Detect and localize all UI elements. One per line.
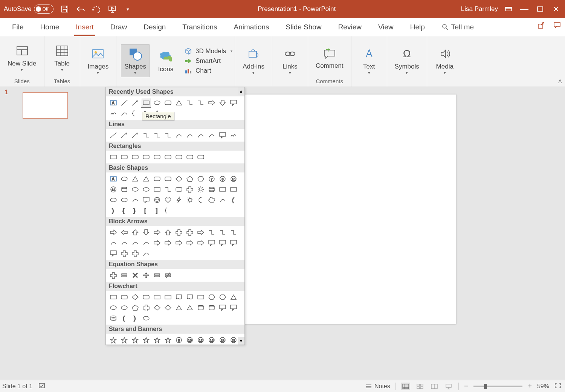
shape-block-9[interactable] <box>206 227 217 237</box>
shape-flowchart-21[interactable] <box>206 303 217 313</box>
shape-basic-16[interactable] <box>152 185 162 194</box>
3d-models-button[interactable]: 3D Models ▾ <box>184 47 232 55</box>
tell-me-search[interactable]: Tell me <box>433 19 482 36</box>
shape-basic-1[interactable] <box>119 174 129 184</box>
shape-basic-15[interactable] <box>141 185 151 194</box>
shape-equation-2[interactable] <box>130 270 140 280</box>
shape-basic-13[interactable] <box>119 185 129 194</box>
shape-basic-24[interactable] <box>108 195 118 205</box>
close-icon[interactable]: ✕ <box>551 4 561 14</box>
shape-recent-5[interactable] <box>163 98 173 108</box>
shape-flowchart-26[interactable]: ) <box>130 313 140 323</box>
slide-sorter-view-icon[interactable] <box>415 383 425 390</box>
shape-flowchart-17[interactable] <box>163 303 173 313</box>
shape-rectangles-4[interactable] <box>152 152 162 162</box>
media-button[interactable]: Media ▾ <box>432 45 458 77</box>
shape-flowchart-0[interactable] <box>108 292 118 302</box>
spell-check-icon[interactable] <box>38 383 45 390</box>
shape-flowchart-6[interactable] <box>174 292 184 302</box>
shape-recent-9[interactable] <box>206 98 217 108</box>
shape-block-20[interactable] <box>195 238 206 248</box>
shape-basic-2[interactable] <box>130 174 140 184</box>
shape-equation-3[interactable] <box>141 270 151 280</box>
new-slide-button[interactable]: New Slide ▾ <box>5 42 40 74</box>
share-icon[interactable] <box>537 21 545 31</box>
shape-basic-40[interactable]: ] <box>152 206 162 215</box>
shape-block-5[interactable] <box>163 227 173 237</box>
tab-file[interactable]: File <box>4 19 32 36</box>
shape-block-13[interactable] <box>119 238 129 248</box>
shape-flowchart-4[interactable] <box>152 292 162 302</box>
shape-lines-3[interactable] <box>141 130 151 140</box>
save-icon[interactable] <box>60 5 69 14</box>
shape-rectangles-1[interactable] <box>119 152 129 162</box>
tab-slide-show[interactable]: Slide Show <box>278 19 330 36</box>
shape-block-23[interactable] <box>228 238 238 248</box>
images-button[interactable]: Images ▾ <box>85 45 112 77</box>
shape-rectangles-3[interactable] <box>141 152 151 162</box>
shape-lines-8[interactable] <box>195 130 206 140</box>
shape-basic-9[interactable]: 7 <box>206 174 217 184</box>
shape-flowchart-11[interactable] <box>228 292 238 302</box>
reading-view-icon[interactable] <box>430 383 439 390</box>
shape-basic-35[interactable]: ( <box>228 195 238 205</box>
shape-rectangles-2[interactable] <box>130 152 140 162</box>
shape-basic-32[interactable] <box>195 195 206 205</box>
slide-thumbnails-pane[interactable]: 1 <box>0 87 105 380</box>
shape-recent-13[interactable] <box>119 108 129 118</box>
normal-view-icon[interactable] <box>401 383 410 390</box>
shape-flowchart-16[interactable] <box>152 303 162 313</box>
shape-recent-2[interactable] <box>130 98 140 108</box>
shape-recent-0[interactable]: A <box>108 98 118 108</box>
shape-basic-10[interactable]: 8 <box>217 174 228 184</box>
shape-rectangles-0[interactable] <box>108 152 118 162</box>
links-button[interactable]: Links ▾ <box>277 45 303 77</box>
shape-stars-4[interactable] <box>152 335 162 345</box>
shape-flowchart-1[interactable] <box>119 292 129 302</box>
shape-basic-22[interactable] <box>217 185 228 194</box>
shape-basic-33[interactable] <box>206 195 217 205</box>
shape-stars-7[interactable]: 10 <box>185 335 195 345</box>
shape-recent-14[interactable] <box>130 108 140 118</box>
shape-basic-30[interactable] <box>174 195 184 205</box>
shape-recent-10[interactable] <box>217 98 228 108</box>
shape-flowchart-10[interactable] <box>217 292 228 302</box>
shape-basic-36[interactable]: ) <box>108 206 118 215</box>
shape-block-19[interactable] <box>185 238 195 248</box>
shape-basic-25[interactable] <box>119 195 129 205</box>
autosave-toggle[interactable]: AutoSave Off <box>4 5 53 14</box>
shape-flowchart-25[interactable]: ( <box>119 313 129 323</box>
shape-stars-11[interactable]: 32 <box>228 335 238 345</box>
minimize-icon[interactable]: — <box>519 4 530 14</box>
shape-basic-27[interactable] <box>141 195 151 205</box>
ribbon-display-icon[interactable] <box>503 4 514 14</box>
shape-recent-4[interactable] <box>152 98 162 108</box>
shape-rectangles-8[interactable] <box>195 152 206 162</box>
shape-stars-8[interactable]: 12 <box>195 335 206 345</box>
shape-recent-7[interactable] <box>185 98 195 108</box>
comments-icon[interactable] <box>553 21 561 31</box>
shape-lines-1[interactable] <box>119 130 129 140</box>
shape-stars-10[interactable]: 24 <box>217 335 228 345</box>
shape-flowchart-2[interactable] <box>130 292 140 302</box>
shape-flowchart-12[interactable] <box>108 303 118 313</box>
shape-basic-18[interactable] <box>174 185 184 194</box>
shape-flowchart-24[interactable] <box>108 313 118 323</box>
shape-lines-2[interactable] <box>130 130 140 140</box>
shape-basic-34[interactable] <box>217 195 228 205</box>
shape-flowchart-23[interactable] <box>228 303 238 313</box>
shape-flowchart-27[interactable] <box>141 313 151 323</box>
shape-block-27[interactable] <box>141 249 151 258</box>
shape-basic-7[interactable] <box>185 174 195 184</box>
shape-basic-21[interactable] <box>206 185 217 194</box>
zoom-in-icon[interactable]: + <box>528 382 532 390</box>
shape-block-16[interactable] <box>152 238 162 248</box>
shape-lines-10[interactable] <box>217 130 228 140</box>
shape-lines-0[interactable] <box>108 130 118 140</box>
comment-button[interactable]: Comment <box>313 44 347 71</box>
shape-flowchart-5[interactable] <box>163 292 173 302</box>
symbols-button[interactable]: Ω Symbols ▾ <box>392 45 422 77</box>
shape-basic-11[interactable]: 10 <box>228 174 238 184</box>
shape-lines-9[interactable] <box>206 130 217 140</box>
shape-block-24[interactable] <box>108 249 118 258</box>
